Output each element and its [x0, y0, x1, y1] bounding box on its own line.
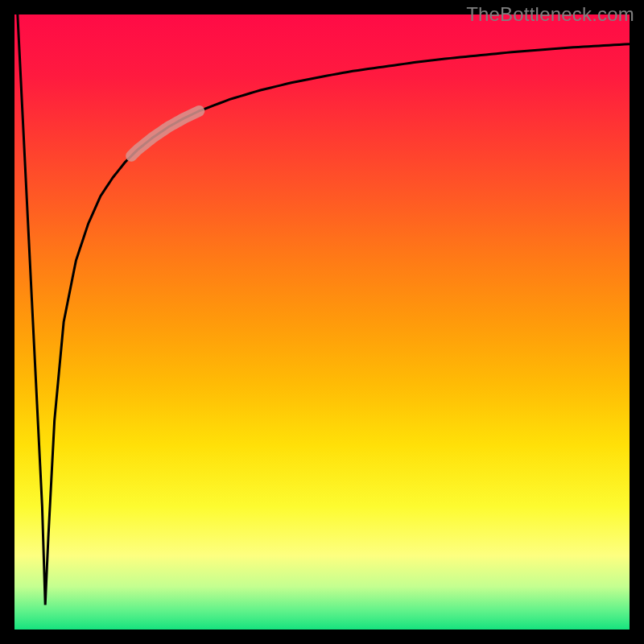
- chart-container: TheBottleneck.com: [0, 0, 644, 644]
- watermark-label: TheBottleneck.com: [466, 3, 634, 26]
- bottleneck-chart: [0, 0, 644, 644]
- plot-background: [14, 14, 630, 630]
